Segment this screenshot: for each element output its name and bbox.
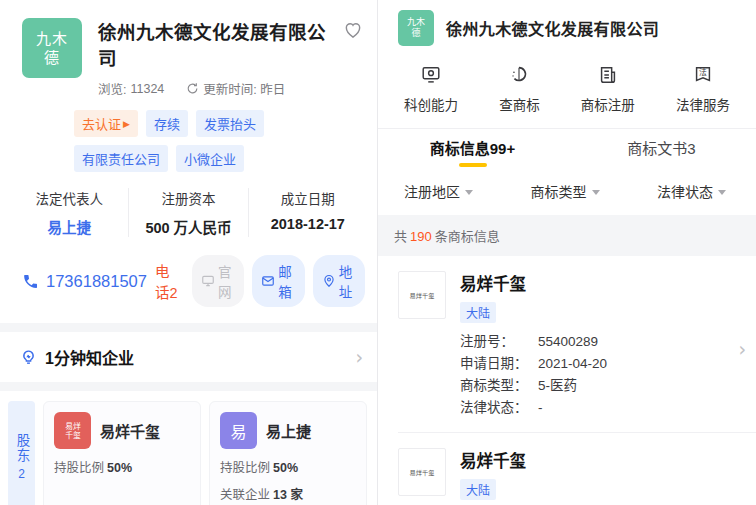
shareholder-card[interactable]: 易 易上捷 持股比例50% 关联企业13 家	[209, 401, 367, 505]
status-tag[interactable]: 存续	[146, 110, 188, 137]
company-profile-panel: 九木 德 徐州九木德文化发展有限公司 浏览: 11324	[0, 0, 378, 505]
trademark-filters: 注册地区 商标类型 法律状态	[378, 175, 756, 215]
filter-region[interactable]: 注册地区	[404, 181, 473, 201]
company-meta: 浏览: 11324 更新时间: 昨日	[98, 79, 363, 98]
trademark-panel: 九木德 徐州九木德文化发展有限公司 科创能力 查商标	[378, 0, 756, 505]
company-logo-text: 九木	[36, 29, 68, 48]
law-badge-icon: 法	[692, 64, 714, 86]
tab-trademark-documents[interactable]: 商标文书3	[567, 129, 756, 175]
tab-trademark-info[interactable]: 商标信息99+	[378, 129, 567, 175]
stat-registered-capital: 注册资本 500 万人民币	[128, 188, 247, 237]
stat-founded-date: 成立日期 2018-12-17	[248, 188, 367, 237]
contact-row: 17361881507 电话2 官网 邮箱	[0, 251, 377, 323]
verify-arrow-icon: ▶	[123, 119, 130, 129]
refresh-icon	[186, 82, 199, 95]
related-companies-line: 关联企业13 家	[220, 484, 356, 503]
section-divider	[0, 382, 377, 391]
founded-date-value: 2018-12-17	[249, 216, 367, 232]
shareholders-tab[interactable]: 股东 2	[8, 401, 35, 505]
shareholders-section: 股东 2 易烊 千玺 易烊千玺 持股比例50% 易 易上捷 持股比例50%	[8, 401, 367, 505]
company-header: 九木 德 徐州九木德文化发展有限公司 浏览: 11324	[0, 0, 377, 172]
nav-trademark-search[interactable]: 查商标	[499, 64, 540, 114]
phone2-link[interactable]: 电话2	[155, 260, 184, 302]
registered-capital-value: 500 万人民币	[129, 216, 247, 237]
phone-icon	[22, 273, 39, 290]
magnifier-icon	[508, 64, 530, 86]
registration-number: 55400289	[538, 331, 598, 353]
monitor-circle-icon	[420, 64, 442, 86]
trademark-item[interactable]: 易烊千玺 易烊千玺 大陆 注册号：55373043 申请日期：2021-04-2…	[398, 432, 756, 505]
trademark-thumbnail: 易烊千玺	[398, 271, 446, 319]
company-type-tag[interactable]: 有限责任公司	[74, 145, 168, 172]
avatar: 易烊 千玺	[54, 412, 91, 449]
trademark-class: 5-医药	[538, 375, 577, 397]
filter-legal-status[interactable]: 法律状态	[657, 181, 726, 201]
feature-nav: 科创能力 查商标 商标注册	[378, 54, 756, 128]
trademark-thumbnail: 易烊千玺	[398, 448, 446, 496]
stat-legal-rep: 法定代表人 易上捷	[10, 188, 128, 237]
website-button: 官网	[192, 255, 244, 307]
shareholder-card[interactable]: 易烊 千玺 易烊千玺 持股比例50%	[43, 401, 201, 505]
verify-tag[interactable]: 去认证▶	[74, 110, 138, 137]
shareholders-count: 2	[18, 467, 25, 481]
micro-enterprise-tag[interactable]: 小微企业	[176, 145, 244, 172]
chevron-right-icon: ›	[738, 340, 746, 359]
section-divider	[0, 323, 377, 332]
share-ratio-line: 持股比例50%	[54, 457, 190, 476]
favorite-heart-icon[interactable]	[343, 20, 363, 40]
trademark-title: 易烊千玺	[460, 448, 742, 472]
caret-down-icon	[592, 190, 600, 195]
company-logo-small: 九木德	[398, 10, 434, 46]
nav-trademark-register[interactable]: 商标注册	[581, 64, 635, 114]
shareholder-name[interactable]: 易烊千玺	[100, 420, 160, 441]
trademark-panel-header: 九木德 徐州九木德文化发展有限公司	[378, 0, 756, 54]
invoice-tag[interactable]: 发票抬头	[196, 110, 264, 137]
mail-icon	[261, 274, 275, 288]
company-logo: 九木 德	[22, 18, 82, 78]
phone-number[interactable]: 17361881507	[46, 272, 147, 291]
update-time: 更新时间: 昨日	[203, 79, 285, 98]
trademark-tabs: 商标信息99+ 商标文书3	[378, 129, 756, 175]
views-count: 11324	[130, 82, 164, 96]
chevron-right-icon: ›	[355, 348, 363, 367]
app-window: 九木 德 徐州九木德文化发展有限公司 浏览: 11324	[0, 0, 756, 505]
shareholder-name[interactable]: 易上捷	[266, 420, 311, 441]
trademark-item[interactable]: 易烊千玺 易烊千玺 大陆 注册号：55400289 申请日期：2021-04-2…	[378, 256, 756, 432]
legal-rep-name[interactable]: 易上捷	[10, 216, 128, 237]
company-tags: 去认证▶ 存续 发票抬头 有限责任公司 小微企业	[74, 110, 363, 172]
trademark-title: 易烊千玺	[460, 271, 742, 295]
views-label: 浏览:	[98, 79, 126, 98]
trademark-count: 190	[410, 229, 432, 244]
caret-down-icon	[718, 190, 726, 195]
legal-status: -	[538, 397, 543, 419]
email-button[interactable]: 邮箱	[252, 255, 304, 307]
monitor-icon	[201, 274, 215, 288]
company-name: 徐州九木德文化发展有限公司	[98, 18, 343, 70]
company-name-small: 徐州九木德文化发展有限公司	[446, 16, 659, 40]
document-icon	[597, 64, 619, 86]
nav-legal-service[interactable]: 法 法律服务	[676, 64, 730, 114]
trademark-details: 注册号：55400289 申请日期：2021-04-20 商标类型：5-医药 法…	[460, 331, 742, 419]
application-date: 2021-04-20	[538, 353, 607, 375]
caret-down-icon	[465, 190, 473, 195]
filter-type[interactable]: 商标类型	[531, 181, 600, 201]
company-stats: 法定代表人 易上捷 注册资本 500 万人民币 成立日期 2018-12-17	[0, 172, 377, 251]
bulb-icon	[20, 349, 37, 366]
region-badge: 大陆	[460, 302, 496, 323]
trademark-count-bar: 共190条商标信息	[378, 215, 756, 256]
region-badge: 大陆	[460, 479, 496, 500]
svg-text:法: 法	[699, 67, 707, 77]
active-tab-underline	[459, 163, 487, 167]
quick-know-row[interactable]: 1分钟知企业 ›	[0, 332, 377, 382]
address-button[interactable]: 地址	[313, 255, 365, 307]
company-logo-text2: 德	[44, 48, 60, 67]
nav-tech-capability[interactable]: 科创能力	[404, 64, 458, 114]
share-ratio-line: 持股比例50%	[220, 457, 356, 476]
location-pin-icon	[322, 274, 336, 288]
avatar: 易	[220, 412, 257, 449]
quick-know-title: 1分钟知企业	[45, 345, 134, 369]
